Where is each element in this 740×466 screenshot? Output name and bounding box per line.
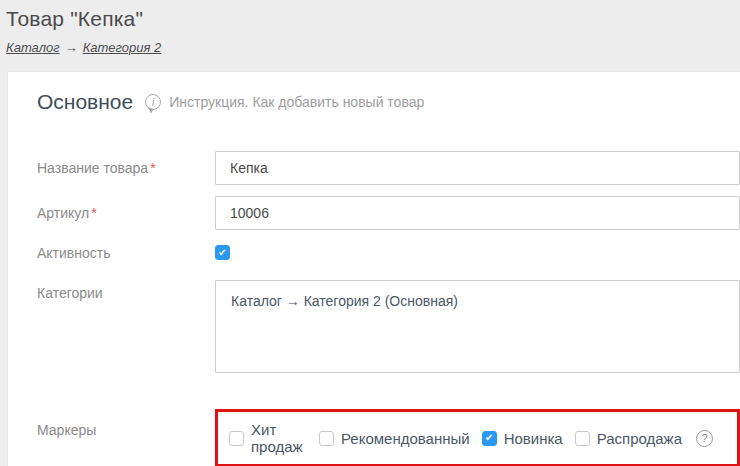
name-input[interactable] — [215, 151, 740, 185]
marker-checkbox-recommended[interactable] — [319, 431, 334, 446]
active-checkbox[interactable] — [215, 245, 230, 260]
product-form: Название товара* Артикул* Активность Кат… — [37, 151, 740, 466]
required-asterisk: * — [150, 160, 155, 176]
active-field-label: Активность — [37, 245, 215, 261]
main-card: Основное i Инструкция. Как добавить новы… — [7, 71, 740, 466]
page-header: Товар "Кепка" Каталог→Категория 2 — [6, 7, 161, 55]
sku-field-label: Артикул* — [37, 196, 215, 221]
form-row-sku: Артикул* — [37, 196, 740, 230]
breadcrumb-link-catalog[interactable]: Каталог — [6, 40, 60, 55]
instruction-link[interactable]: i Инструкция. Как добавить новый товар — [145, 94, 424, 110]
marker-item-new[interactable]: Новинка — [482, 430, 563, 447]
page-title: Товар "Кепка" — [6, 7, 161, 31]
form-row-categories: Категории Каталог → Категория 2 (Основна… — [37, 280, 740, 373]
marker-label-hit: Хит продаж — [251, 421, 307, 455]
form-row-name: Название товара* — [37, 151, 740, 185]
marker-item-recommended[interactable]: Рекомендованный — [319, 430, 470, 447]
instruction-link-label: Инструкция. Как добавить новый товар — [169, 94, 424, 110]
marker-item-sale[interactable]: Распродажа — [575, 430, 682, 447]
section-title: Основное — [37, 90, 133, 114]
breadcrumb-separator: → — [65, 40, 78, 55]
breadcrumb: Каталог→Категория 2 — [6, 40, 161, 55]
question-circle-icon[interactable]: ? — [696, 430, 713, 447]
speech-bubble-info-icon: i — [145, 94, 161, 110]
required-asterisk: * — [91, 205, 96, 221]
categories-field-label: Категории — [37, 280, 215, 301]
form-row-active: Активность — [37, 245, 740, 261]
section-header: Основное i Инструкция. Как добавить новы… — [37, 90, 740, 114]
breadcrumb-link-category[interactable]: Категория 2 — [83, 40, 162, 55]
marker-checkbox-hit[interactable] — [229, 431, 244, 446]
marker-checkbox-sale[interactable] — [575, 431, 590, 446]
categories-box[interactable]: Каталог → Категория 2 (Основная) — [215, 280, 740, 373]
categories-value: Каталог → Категория 2 (Основная) — [231, 293, 458, 309]
marker-checkbox-new[interactable] — [482, 431, 497, 446]
marker-label-sale: Распродажа — [597, 430, 682, 447]
form-row-markers: Маркеры Хит продаж Рекомендованный Новин… — [37, 409, 740, 466]
marker-label-recommended: Рекомендованный — [341, 430, 470, 447]
markers-field-label: Маркеры — [37, 409, 215, 438]
marker-item-hit[interactable]: Хит продаж — [229, 421, 307, 455]
markers-annotation-box: Хит продаж Рекомендованный Новинка Распр… — [215, 409, 740, 466]
name-field-label: Название товара* — [37, 151, 215, 176]
marker-label-new: Новинка — [504, 430, 563, 447]
sku-input[interactable] — [215, 196, 740, 230]
